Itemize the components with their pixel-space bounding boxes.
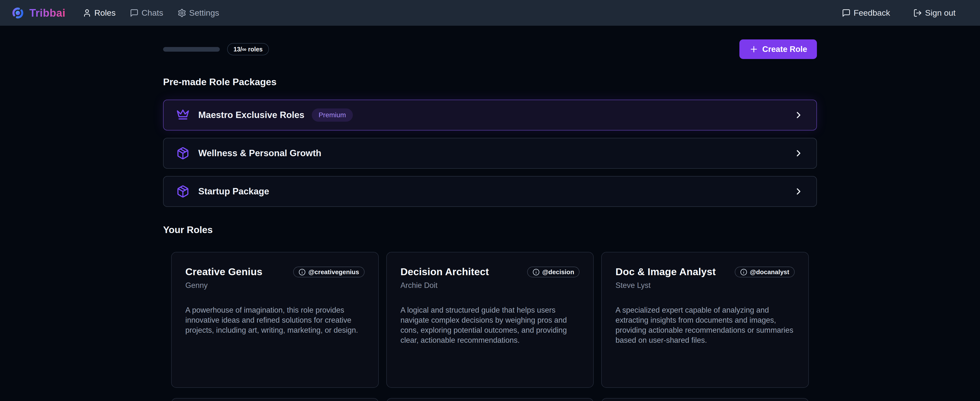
roles-grid-row-2 [163,398,817,401]
nav-label-settings: Settings [189,8,220,18]
create-role-button[interactable]: Create Role [740,40,817,59]
sign-out-button[interactable]: Sign out [913,8,956,18]
nav-item-chats[interactable]: Chats [130,8,163,18]
roles-progress-bar [163,47,220,52]
nav-label-chats: Chats [142,8,163,18]
feedback-label: Feedback [854,8,890,18]
role-title: Doc & Image Analyst [616,266,716,278]
packages-section-title: Pre-made Role Packages [163,77,817,88]
nav-label-roles: Roles [94,8,116,18]
role-handle-badge[interactable]: @creativegenius [293,267,364,277]
user-icon [83,8,91,18]
brand-name: Tribbai [29,7,65,19]
roles-count-badge: 13/∞ roles [227,43,269,55]
role-card-creative-genius[interactable]: Creative Genius @creativegenius Genny A … [171,252,379,388]
package-title: Wellness & Personal Growth [198,148,321,158]
package-title: Startup Package [198,186,269,197]
info-icon [299,268,305,276]
role-card-doc-image-analyst[interactable]: Doc & Image Analyst @docanalyst Steve Ly… [601,252,809,388]
chat-bubble-icon [130,8,138,18]
role-description: A specialized expert capable of analyzin… [616,305,795,345]
role-handle: @creativegenius [308,268,359,276]
role-description: A powerhouse of imagination, this role p… [185,305,364,335]
role-card-partial[interactable] [386,398,594,401]
role-handle-badge[interactable]: @decision [527,267,580,277]
info-icon [740,268,747,276]
create-role-label: Create Role [762,45,807,54]
package-row-wellness[interactable]: Wellness & Personal Growth [163,138,817,169]
chevron-right-icon [794,110,804,120]
sign-out-label: Sign out [925,8,956,18]
role-agent-name: Archie Doit [401,281,580,290]
nav-links: Roles Chats Settings [83,8,220,18]
nav-item-settings[interactable]: Settings [178,8,220,18]
roles-toolbar: 13/∞ roles Create Role [163,40,817,59]
premium-badge: Premium [312,109,353,122]
brand-logo[interactable]: Tribbai [11,6,65,19]
feedback-button[interactable]: Feedback [842,8,890,18]
package-title: Maestro Exclusive Roles [198,110,304,120]
role-handle: @decision [542,268,574,276]
package-list: Maestro Exclusive Roles Premium Wellness… [163,100,817,207]
chevron-right-icon [794,186,804,197]
role-card-decision-architect[interactable]: Decision Architect @decision Archie Doit… [386,252,594,388]
main-content: 13/∞ roles Create Role Pre-made Role Pac… [163,40,817,401]
package-icon [176,147,189,160]
role-agent-name: Genny [185,281,364,290]
role-title: Creative Genius [185,266,262,278]
nav-item-roles[interactable]: Roles [83,8,116,18]
role-title: Decision Architect [401,266,489,278]
role-agent-name: Steve Lyst [616,281,795,290]
your-roles-section-title: Your Roles [163,225,817,235]
role-card-partial[interactable] [171,398,379,401]
role-card-partial[interactable] [601,398,809,401]
top-navbar: Tribbai Roles Chats Settings Feedba [0,0,980,26]
package-icon [176,185,189,198]
plus-icon [749,45,759,54]
tribbai-logo-icon [11,6,24,19]
roles-grid: Creative Genius @creativegenius Genny A … [163,252,817,388]
nav-right: Feedback Sign out [842,8,956,18]
role-handle-badge[interactable]: @docanalyst [735,267,795,277]
package-row-startup[interactable]: Startup Package [163,176,817,207]
info-icon [533,268,539,276]
crown-icon [176,109,189,122]
chevron-right-icon [794,148,804,158]
gear-icon [178,8,186,18]
sign-out-icon [913,8,922,18]
role-description: A logical and structured guide that help… [401,305,580,345]
role-handle: @docanalyst [750,268,789,276]
package-row-maestro[interactable]: Maestro Exclusive Roles Premium [163,100,817,131]
feedback-icon [842,8,851,18]
